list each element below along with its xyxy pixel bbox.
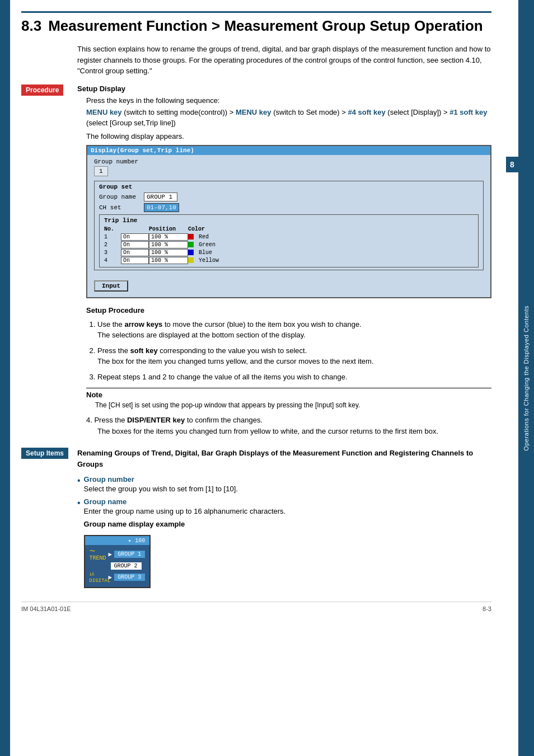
trip-pos-4[interactable]: 100 % <box>149 257 188 264</box>
trip-pos-1[interactable]: 100 % <box>149 233 188 241</box>
section-number: 8.3 <box>21 17 41 35</box>
group-name-3: GROUP 3 <box>114 574 145 581</box>
ch-set-value[interactable]: 01-07,10 <box>144 203 179 212</box>
bullet-group-name: • Group name Enter the group name using … <box>77 497 491 588</box>
setup-display-title: Setup Display <box>77 84 491 93</box>
menu-key-2: MENU key <box>236 108 271 116</box>
left-accent-bar <box>0 0 10 756</box>
note-title: Note <box>86 391 491 399</box>
trip-row-1: 1 On 100 % Red <box>104 233 474 241</box>
group-name-value[interactable]: GROUP 1 <box>144 192 177 201</box>
seq-text-4: (select [Group set,Trip line]) <box>86 119 176 127</box>
input-button-container: Input <box>94 276 484 292</box>
group-name-1: GROUP 1 <box>114 551 145 558</box>
group-number-label: Group number <box>94 158 484 165</box>
group-arrow-3: ▶ <box>109 574 113 581</box>
main-content: 8.3 Measurement Function > Measurement G… <box>10 0 503 623</box>
trip-row-3: 3 On 100 % Blue <box>104 249 474 256</box>
bullet-group-number: • Group number Select the group you wish… <box>77 475 491 493</box>
ch-set-label: CH set <box>99 204 144 211</box>
procedure-step-2: Press the soft key corresponding to the … <box>97 345 491 367</box>
arrow-keys: arrow keys <box>124 320 162 328</box>
bullet-dot-2: • <box>77 497 81 508</box>
setup-procedure-section: Setup Procedure Use the arrow keys to mo… <box>86 306 491 437</box>
group-set-title: Group set <box>99 184 479 190</box>
seq-text-1: (switch to setting mode(control)) > <box>124 108 236 116</box>
trip-row-4: 4 On 100 % Yellow <box>104 257 474 264</box>
procedure-step-1: Use the arrow keys to move the cursor (b… <box>97 319 491 341</box>
trip-state-2[interactable]: On <box>121 241 149 248</box>
trip-color-4: Yellow <box>188 257 222 264</box>
trip-col-color: Color <box>188 226 222 232</box>
sidebar-label: Operations for Changing the Displayed Co… <box>523 306 530 451</box>
trip-color-name-1: Red <box>199 234 209 240</box>
digital-icon: ㎄ DIGITAL <box>90 571 106 584</box>
trip-pos-2[interactable]: 100 % <box>149 241 188 248</box>
procedure-tag-col: Procedure <box>21 84 77 101</box>
setup-items-title: Renaming Groups of Trend, Digital, Bar G… <box>77 448 491 469</box>
press-text: Press the keys in the following sequence… <box>86 96 491 105</box>
group-display-img: ▸ 100 〜 TREND ▶ GROUP 1 <box>84 535 151 588</box>
display-body: Group number 1 Group set Group name GROU… <box>87 155 490 297</box>
trip-color-name-3: Blue <box>199 250 212 256</box>
trip-col-position: Position <box>149 226 188 232</box>
step1-sub: The selections are displayed at the bott… <box>97 331 306 339</box>
step2-sub: The box for the item you changed turns y… <box>97 357 374 365</box>
ch-set-row: CH set 01-07,10 <box>99 203 479 212</box>
group-display-body: 〜 TREND ▶ GROUP 1 GROUP 2 <box>85 545 150 587</box>
note-box: Note The [CH set] is set using the pop-u… <box>86 388 491 409</box>
procedure-section: Procedure Setup Display Press the keys i… <box>21 84 491 437</box>
display-title-bar: Display(Group set,Trip line) <box>87 146 490 155</box>
trip-no-3: 3 <box>104 250 121 256</box>
group-name-label: Group name <box>99 194 144 200</box>
trip-color-3: Blue <box>188 250 222 256</box>
group-set-section: Group set Group name GROUP 1 CH set 01-0… <box>94 181 484 270</box>
procedure-list: Use the arrow keys to move the cursor (b… <box>97 319 491 383</box>
bullet-dot-1: • <box>77 475 81 486</box>
group-display-row-3: ㎄ DIGITAL ▶ GROUP 3 <box>90 571 146 584</box>
group-display-row-1: 〜 TREND ▶ GROUP 1 <box>90 547 146 561</box>
trip-row-2: 2 On 100 % Green <box>104 241 474 248</box>
step3-text: Repeat steps 1 and 2 to change the value… <box>97 373 348 381</box>
setup-proc-title: Setup Procedure <box>86 306 491 314</box>
seq-text-3: (select [Display]) > <box>387 108 449 116</box>
procedure-tag: Procedure <box>21 84 63 96</box>
trip-line-title: Trip line <box>104 217 474 224</box>
disp-enter-key: DISP/ENTER key <box>127 416 185 424</box>
trip-color-name-4: Yellow <box>199 257 219 264</box>
chapter-number-box: 8 <box>506 157 518 172</box>
input-button[interactable]: Input <box>94 280 128 292</box>
trip-pos-3[interactable]: 100 % <box>149 249 188 256</box>
trip-color-2: Green <box>188 242 222 248</box>
setup-display-body: Press the keys in the following sequence… <box>86 96 491 437</box>
soft-key-4: #4 soft key <box>348 108 386 116</box>
trip-state-3[interactable]: On <box>121 249 149 256</box>
trip-no-4: 4 <box>104 257 121 264</box>
following-text: The following display appears. <box>86 132 491 140</box>
bullet-2-text: Enter the group name using up to 16 alph… <box>84 507 286 515</box>
bullet-1-text: Select the group you wish to set from [1… <box>84 485 238 493</box>
group-number-value[interactable]: 1 <box>94 166 108 176</box>
intro-text: This section explains how to rename the … <box>77 44 491 77</box>
trip-color-1: Red <box>188 234 222 240</box>
group-name-row: Group name GROUP 1 <box>99 192 479 201</box>
trip-header: No. Position Color <box>104 226 474 232</box>
group-arrow-1: ▶ <box>109 551 113 558</box>
bullet-2-label: Group name <box>84 497 127 506</box>
step4: 4. Press the DISP/ENTER key to confirm t… <box>86 415 491 436</box>
footer-right: 8-3 <box>483 605 491 612</box>
bullet-1-content: Group number Select the group you wish t… <box>84 475 238 493</box>
group-display-header: ▸ 100 <box>85 536 150 545</box>
trip-state-1[interactable]: On <box>121 233 149 241</box>
setup-items-section: Setup Items Renaming Groups of Trend, Di… <box>21 448 491 590</box>
procedure-content: Setup Display Press the keys in the foll… <box>77 84 491 437</box>
trip-color-name-2: Green <box>199 242 216 248</box>
group-number-section: Group number 1 <box>94 158 484 179</box>
trip-state-4[interactable]: On <box>121 257 149 264</box>
trip-color-swatch-4 <box>188 257 194 263</box>
note-text: The [CH set] is set using the pop-up win… <box>95 401 491 409</box>
footer: IM 04L31A01-01E 8-3 <box>21 602 491 612</box>
display-box: Display(Group set,Trip line) Group numbe… <box>86 145 491 298</box>
trip-no-1: 1 <box>104 234 121 240</box>
trip-col-state <box>121 226 149 232</box>
